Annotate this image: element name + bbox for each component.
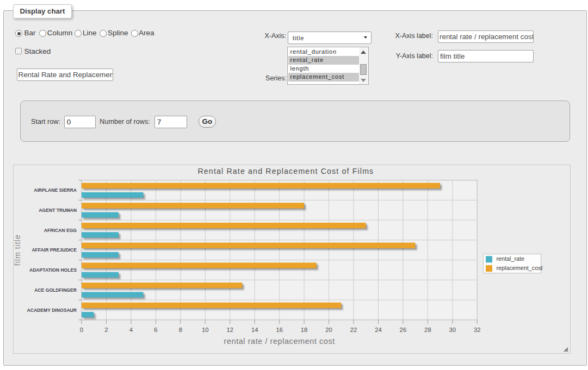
svg-text:ACADEMY DINOSAUR: ACADEMY DINOSAUR	[27, 308, 77, 313]
svg-text:12: 12	[227, 327, 234, 333]
svg-text:6: 6	[154, 327, 158, 333]
svg-text:20: 20	[326, 327, 333, 333]
svg-text:rental_rate: rental_rate	[497, 255, 525, 262]
svg-text:AIRPLANE SIERRA: AIRPLANE SIERRA	[34, 188, 77, 193]
svg-text:30: 30	[449, 327, 456, 333]
svg-text:2: 2	[105, 327, 108, 333]
svg-text:28: 28	[425, 327, 432, 333]
svg-text:film title: film title	[14, 235, 22, 266]
svg-text:Rental Rate and Replacement Co: Rental Rate and Replacement Cost of Film…	[198, 167, 374, 175]
svg-text:22: 22	[350, 327, 357, 333]
svg-text:4: 4	[129, 327, 133, 333]
svg-text:16: 16	[276, 327, 283, 333]
svg-text:rental rate / replacement cost: rental rate / replacement cost	[224, 337, 335, 346]
svg-text:ACE GOLDFINGER: ACE GOLDFINGER	[35, 287, 78, 293]
svg-text:ADAPTATION HOLES: ADAPTATION HOLES	[29, 267, 77, 273]
svg-text:10: 10	[202, 327, 209, 333]
svg-text:AFRICAN EGG: AFRICAN EGG	[44, 228, 77, 233]
svg-text:26: 26	[400, 327, 407, 333]
svg-text:18: 18	[301, 327, 308, 333]
svg-text:AGENT TRUMAN: AGENT TRUMAN	[39, 208, 77, 213]
svg-text:14: 14	[251, 327, 258, 333]
svg-text:32: 32	[474, 327, 481, 333]
svg-text:0: 0	[80, 327, 83, 333]
svg-text:replacement_cost: replacement_cost	[497, 265, 543, 271]
svg-text:AFFAIR PREJUDICE: AFFAIR PREJUDICE	[32, 248, 77, 253]
svg-text:24: 24	[375, 327, 382, 333]
svg-text:8: 8	[179, 327, 182, 333]
